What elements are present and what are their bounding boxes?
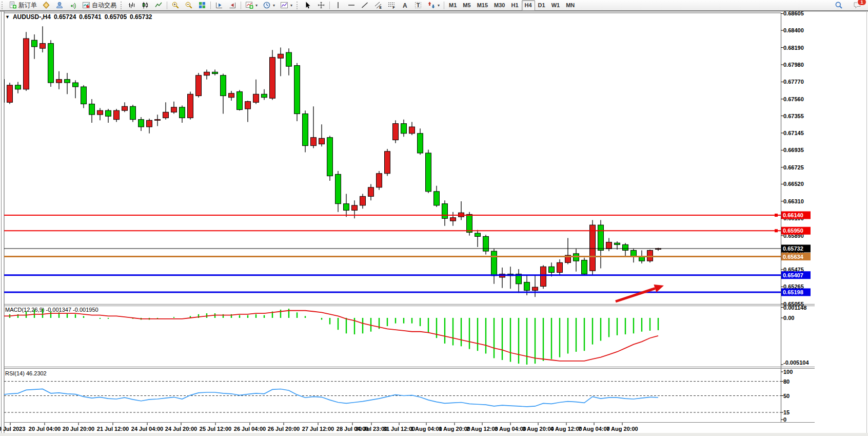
timeframe-w1-button[interactable]: W1	[548, 0, 563, 11]
chart-line-button[interactable]	[152, 0, 165, 11]
svg-text:24 Jul 20:00: 24 Jul 20:00	[165, 426, 197, 432]
chart-canvas[interactable]: 0.686050.684000.681900.679800.677700.675…	[0, 0, 868, 436]
svg-text:4 Aug 12:00: 4 Aug 12:00	[550, 426, 582, 432]
svg-text:0.66935: 0.66935	[783, 147, 804, 153]
arrows-icon	[427, 1, 436, 9]
svg-text:19 Jul 2023: 19 Jul 2023	[0, 426, 25, 432]
timeframe-h4-button[interactable]: H4	[522, 0, 535, 11]
zoom-in-icon	[171, 1, 180, 9]
svg-text:T: T	[417, 2, 420, 8]
toolbar-grip	[121, 2, 124, 9]
chart-bars-button[interactable]	[125, 0, 139, 11]
metaeditor-icon	[42, 1, 50, 9]
timeframe-m15-button[interactable]: M15	[474, 0, 491, 11]
new-order-button[interactable]: 新订单	[6, 0, 40, 11]
svg-text:0.66140: 0.66140	[783, 212, 803, 218]
svg-text:E: E	[380, 6, 382, 9]
svg-text:0.67145: 0.67145	[783, 130, 804, 136]
chart-candles-button[interactable]	[139, 0, 152, 11]
zoom-in-button[interactable]	[169, 0, 182, 11]
zoom-out-button[interactable]	[182, 0, 195, 11]
trendline-button[interactable]	[358, 0, 371, 11]
community-icon	[55, 1, 64, 9]
timeframe-h1-button[interactable]: H1	[508, 0, 521, 11]
toolbar-separator	[241, 2, 241, 9]
templates-dropdown-caret[interactable]: ▾	[290, 3, 292, 8]
zoom-out-icon	[185, 1, 193, 9]
vertical-line-button[interactable]	[331, 0, 345, 11]
horizontal-line-button[interactable]	[345, 0, 358, 11]
indicators-button[interactable]: ▾	[243, 0, 260, 11]
svg-text:50: 50	[783, 393, 790, 399]
crosshair-button[interactable]	[314, 0, 328, 11]
periods-dropdown-caret[interactable]: ▾	[273, 3, 275, 8]
one-click-trading-arrow-icon[interactable]: ▼	[5, 14, 10, 20]
timeframe-m30-button[interactable]: M30	[491, 0, 508, 11]
svg-text:0.66520: 0.66520	[783, 181, 804, 187]
svg-text:15: 15	[783, 409, 790, 415]
open-value: 0.65724	[54, 13, 76, 21]
timeframe-mn-button[interactable]: MN	[563, 0, 578, 11]
svg-text:0.65950: 0.65950	[783, 228, 803, 234]
svg-text:1 Aug 04:00: 1 Aug 04:00	[410, 426, 442, 432]
svg-text:-0.005104: -0.005104	[783, 359, 809, 366]
svg-text:F: F	[393, 6, 395, 9]
svg-text:7 Aug 20:00: 7 Aug 20:00	[606, 426, 638, 432]
svg-text:25 Jul 12:00: 25 Jul 12:00	[200, 426, 231, 432]
svg-text:26 Jul 20:00: 26 Jul 20:00	[268, 426, 300, 432]
timeframe-m1-button[interactable]: M1	[446, 0, 460, 11]
timeframe-d1-button[interactable]: D1	[535, 0, 548, 11]
svg-text:20 Jul 04:00: 20 Jul 04:00	[29, 426, 61, 432]
svg-text:7 Aug 04:00: 7 Aug 04:00	[578, 426, 609, 432]
chat-button[interactable]: 1	[851, 0, 865, 11]
svg-text:20 Jul 20:00: 20 Jul 20:00	[63, 426, 94, 432]
arrows-dropdown-caret[interactable]: ▾	[438, 3, 440, 8]
svg-text:21 Jul 12:00: 21 Jul 12:00	[97, 426, 129, 432]
main-toolbar: 新订单自动交易▾▾▾EFAT▾M1M5M15M30H1H4D1W1MN1	[0, 0, 868, 11]
text-label-icon: T	[414, 1, 422, 9]
toolbar-right-group: 1	[832, 0, 865, 11]
svg-text:0.00: 0.00	[783, 315, 794, 321]
channel-button[interactable]: E	[371, 0, 385, 11]
templates-button[interactable]: ▾	[278, 0, 295, 11]
close-value: 0.65732	[130, 13, 152, 21]
svg-text:A: A	[403, 2, 407, 9]
chart-candles-icon	[141, 1, 149, 9]
svg-text:0.67980: 0.67980	[783, 62, 804, 68]
signals-button[interactable]	[66, 0, 80, 11]
svg-text:0.65634: 0.65634	[783, 254, 804, 260]
timeframe-m5-button[interactable]: M5	[460, 0, 474, 11]
svg-text:0.66310: 0.66310	[783, 198, 804, 204]
metaeditor-button[interactable]	[40, 0, 53, 11]
svg-text:1 Aug 20:00: 1 Aug 20:00	[439, 426, 470, 432]
auto-scroll-button[interactable]	[212, 0, 226, 11]
chart-shift-button[interactable]	[226, 0, 239, 11]
toolbar-grip	[297, 2, 300, 9]
fibonacci-button[interactable]: F	[385, 0, 398, 11]
periods-button[interactable]: ▾	[260, 0, 278, 11]
svg-text:100: 100	[783, 369, 793, 375]
svg-text:0: 0	[783, 416, 786, 423]
low-value: 0.65705	[105, 13, 127, 21]
community-button[interactable]	[53, 0, 66, 11]
chart-bars-icon	[128, 1, 136, 9]
arrows-button[interactable]: ▾	[425, 0, 442, 11]
indicators-icon	[245, 1, 253, 9]
crosshair-icon	[317, 1, 325, 9]
tile-windows-button[interactable]	[195, 0, 209, 11]
svg-text:2 Aug 12:00: 2 Aug 12:00	[466, 426, 498, 432]
chart-shift-icon	[228, 1, 236, 9]
chart-line-icon	[154, 1, 163, 9]
autotrading-button[interactable]: 自动交易	[80, 0, 119, 11]
cursor-button[interactable]	[301, 0, 314, 11]
search-button[interactable]	[832, 0, 845, 11]
svg-text:0.68190: 0.68190	[783, 45, 804, 51]
autotrading-label: 自动交易	[92, 1, 116, 10]
fibonacci-icon: F	[387, 1, 396, 9]
text-button[interactable]: A	[398, 0, 411, 11]
signals-icon	[69, 1, 77, 9]
text-label-button[interactable]: T	[411, 0, 425, 11]
indicators-dropdown-caret[interactable]: ▾	[255, 3, 258, 8]
notification-badge: 1	[857, 0, 866, 6]
new-order-label: 新订单	[18, 1, 37, 10]
